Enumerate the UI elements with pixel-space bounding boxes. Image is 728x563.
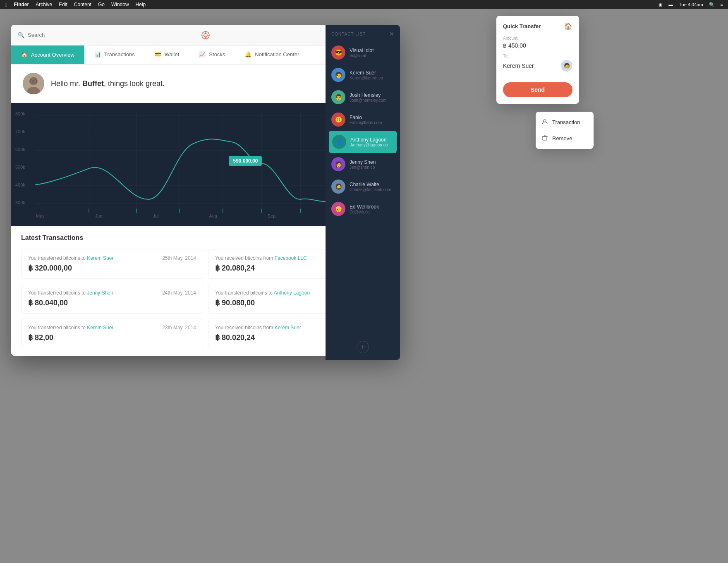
contact-item-anthony[interactable]: 👤 Anthony Lagoon Anthony@lagoon.co bbox=[329, 131, 397, 153]
contact-email-ed: Ed@wb.co bbox=[350, 210, 379, 214]
contact-item-josh[interactable]: 👨 Josh Hemsley Josh@hemsley.com bbox=[326, 86, 400, 108]
contact-item-jenny[interactable]: 👩 Jenny Shen Jen@shen.co bbox=[326, 153, 400, 175]
wifi-icon: ◉ bbox=[659, 2, 663, 7]
avatar bbox=[23, 73, 44, 94]
tx1-date: 25th May, 2014 bbox=[162, 255, 196, 261]
contact-avatar-anthony: 👤 bbox=[332, 135, 346, 149]
chart-tooltip: 590.000,00 bbox=[229, 156, 262, 166]
contact-email-charlie: Charlie@focuslab.com bbox=[350, 187, 391, 192]
menu-icon[interactable]: ≡ bbox=[721, 2, 723, 7]
contact-avatar-vi: 😎 bbox=[331, 46, 345, 60]
transaction-card-5: You transferred bitcoins to Kerem Suer 2… bbox=[21, 319, 203, 348]
contact-list: 😎 Visual Idiot Vi@su.al 🧑 Kerem Suer Ker… bbox=[326, 41, 400, 334]
quick-transfer-home-icon[interactable]: 🏠 bbox=[564, 22, 572, 30]
contact-close-button[interactable]: ✕ bbox=[389, 31, 394, 37]
contact-name-anthony: Anthony Lagoon bbox=[350, 137, 388, 143]
ctx-transaction-item[interactable]: Transaction bbox=[536, 114, 594, 130]
chart-tooltip-value: 590.000,00 bbox=[233, 158, 258, 164]
qt-amount-value: ฿ 450,00 bbox=[503, 42, 572, 49]
contact-name-fabio: Fabio bbox=[350, 115, 382, 120]
ctx-remove-label: Remove bbox=[552, 135, 572, 141]
target-icon bbox=[201, 30, 211, 40]
home-icon: 🏠 bbox=[21, 52, 28, 58]
contact-name-kerem: Kerem Suer bbox=[350, 70, 383, 76]
greeting-prefix: Hello mr. bbox=[51, 79, 82, 88]
contact-panel-title: CONTACT LIST bbox=[331, 32, 366, 36]
contact-avatar-josh: 👨 bbox=[331, 90, 345, 104]
menu-archive[interactable]: Archive bbox=[36, 2, 52, 7]
quick-transfer-title: Quick Transfer bbox=[503, 23, 541, 29]
qt-to-field: To: Kerem Suer 🧑 bbox=[503, 54, 572, 72]
contact-avatar-kerem: 🧑 bbox=[331, 68, 345, 82]
apple-icon[interactable]:  bbox=[5, 1, 7, 8]
tx1-link[interactable]: Kerem Suer bbox=[87, 255, 113, 261]
tab-transactions-label: Transactions bbox=[104, 51, 135, 57]
transaction-card-1: You transferred bitcoins to Kerem Suer 2… bbox=[21, 249, 203, 279]
tx4-prefix: You transferred bitcoins to bbox=[215, 290, 274, 296]
context-menu: Transaction Remove bbox=[536, 112, 594, 149]
menu-content[interactable]: Content bbox=[74, 2, 91, 7]
tx2-link[interactable]: Facebook LLC bbox=[275, 255, 307, 261]
tx6-link[interactable]: Kerem Suer bbox=[275, 325, 301, 331]
tx4-link[interactable]: Anthony Lagoon bbox=[274, 290, 310, 296]
contact-email-jenny: Jen@shen.co bbox=[350, 165, 376, 170]
contact-name-ed: Ed Wellbrook bbox=[350, 204, 379, 210]
menu-go[interactable]: Go bbox=[98, 2, 105, 7]
search-wrap: 🔍 bbox=[18, 32, 377, 38]
tab-stocks-label: Stocks bbox=[209, 51, 225, 57]
ctx-remove-item[interactable]: Remove bbox=[536, 130, 594, 146]
contact-item-visual-idiot[interactable]: 😎 Visual Idiot Vi@su.al bbox=[326, 41, 400, 64]
clock: Tue 4:04am bbox=[679, 2, 703, 7]
contact-item-fabio[interactable]: 🙂 Fabio Fabio@ffabs.com bbox=[326, 108, 400, 131]
menubar:  Finder Archive Edit Content Go Window … bbox=[0, 0, 728, 9]
search-icon: 🔍 bbox=[18, 32, 24, 38]
tx1-amount: ฿ 320.000,00 bbox=[28, 264, 196, 273]
transactions-title: Latest Transactions bbox=[21, 234, 83, 242]
tx6-prefix: You received bitcoins from bbox=[215, 325, 275, 331]
send-button[interactable]: Send bbox=[503, 82, 572, 97]
tx3-link[interactable]: Jenny Shen bbox=[87, 290, 113, 296]
menu-help[interactable]: Help bbox=[136, 2, 146, 7]
contact-avatar-ed: 👴 bbox=[331, 202, 345, 216]
wallet-icon: 💳 bbox=[155, 51, 161, 57]
tx5-prefix: You transferred bitcoins to bbox=[28, 325, 87, 331]
contact-email-vi: Vi@su.al bbox=[350, 53, 374, 58]
hero-left: Hello mr. Buffet, things look great. bbox=[23, 73, 165, 94]
tx5-amount: ฿ 82,00 bbox=[28, 333, 196, 342]
contact-email-josh: Josh@hemsley.com bbox=[350, 98, 386, 103]
greeting-name: Buffet bbox=[82, 79, 104, 88]
menu-window[interactable]: Window bbox=[111, 2, 129, 7]
ctx-transaction-label: Transaction bbox=[552, 119, 580, 125]
tab-stocks[interactable]: 📈 Stocks bbox=[189, 46, 235, 64]
greeting-suffix: , things look great. bbox=[104, 79, 165, 88]
tx3-prefix: You transferred bitcoins to bbox=[28, 290, 87, 296]
tab-account-overview[interactable]: 🏠 Account Overview bbox=[11, 46, 84, 64]
transactions-icon: 📊 bbox=[94, 51, 101, 57]
contact-item-kerem[interactable]: 🧑 Kerem Suer Kerem@kerem.co bbox=[326, 64, 400, 86]
search-menubar-icon[interactable]: 🔍 bbox=[709, 2, 715, 7]
menu-finder[interactable]: Finder bbox=[14, 2, 29, 7]
menubar-right: ◉ ▬ Tue 4:04am 🔍 ≡ bbox=[659, 2, 723, 7]
menu-edit[interactable]: Edit bbox=[59, 2, 67, 7]
contact-avatar-charlie: 🧔 bbox=[331, 180, 345, 194]
tab-notifications[interactable]: 🔔 Notification Center bbox=[235, 46, 309, 64]
contact-email-fabio: Fabio@ffabs.com bbox=[350, 120, 382, 125]
tab-account-label: Account Overview bbox=[31, 52, 74, 58]
contact-avatar-fabio: 🙂 bbox=[331, 113, 345, 127]
svg-point-33 bbox=[544, 120, 546, 122]
contact-item-charlie[interactable]: 🧔 Charlie Waite Charlie@focuslab.com bbox=[326, 175, 400, 198]
contact-email-kerem: Kerem@kerem.co bbox=[350, 76, 383, 80]
add-contact-button[interactable]: + bbox=[357, 341, 369, 353]
tx5-link[interactable]: Kerem Suer bbox=[87, 325, 113, 331]
search-input[interactable] bbox=[28, 32, 110, 38]
tab-transactions[interactable]: 📊 Transactions bbox=[84, 46, 145, 64]
contact-avatar-jenny: 👩 bbox=[331, 157, 345, 171]
contact-name-vi: Visual Idiot bbox=[350, 48, 374, 53]
add-contact-area: + bbox=[326, 334, 400, 360]
contact-item-ed[interactable]: 👴 Ed Wellbrook Ed@wb.co bbox=[326, 198, 400, 220]
tab-wallet[interactable]: 💳 Wallet bbox=[145, 46, 189, 64]
tx5-date: 23th May, 2014 bbox=[162, 325, 196, 331]
tx1-prefix: You transferred bitcoins to bbox=[28, 255, 87, 261]
qt-recipient-avatar: 🧑 bbox=[561, 60, 572, 72]
remove-ctx-icon bbox=[541, 134, 548, 142]
